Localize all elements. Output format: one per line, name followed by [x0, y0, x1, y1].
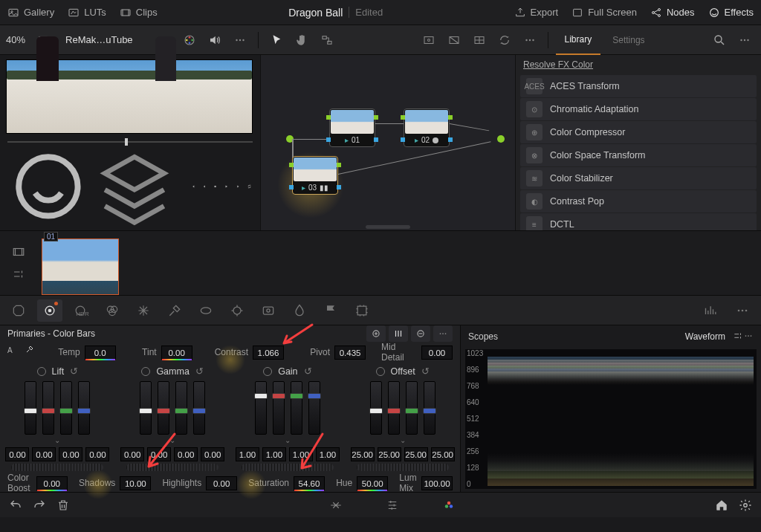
reset-button[interactable]: ⌄ [285, 436, 291, 444]
first-frame-button[interactable] [191, 181, 195, 192]
split-button[interactable] [444, 30, 464, 51]
color-wheel-button[interactable] [179, 30, 200, 51]
fx-item-0[interactable]: ACESACES Transform [520, 75, 757, 97]
tool-more[interactable] [730, 299, 755, 322]
saturation-value[interactable]: 54.60 [294, 476, 325, 490]
wheel-gamma-val-3[interactable]: 0.00 [201, 447, 224, 461]
node-02[interactable]: ▸02 [404, 108, 450, 147]
link-toggle[interactable] [37, 367, 46, 376]
scopes-more[interactable] [743, 331, 754, 343]
grid-button[interactable] [469, 30, 490, 51]
graph-output[interactable] [497, 135, 505, 143]
lummix-value[interactable]: 100.00 [421, 476, 453, 490]
search-button[interactable] [709, 30, 730, 51]
timeline-settings-icon[interactable] [12, 267, 25, 281]
node-01[interactable]: ▸01 [329, 108, 375, 147]
loop-button[interactable] [247, 181, 251, 192]
reset-button[interactable]: ⌄ [169, 436, 175, 444]
trash-button[interactable] [56, 499, 70, 512]
reset-icon[interactable]: ↺ [421, 366, 430, 377]
page-color[interactable] [442, 499, 456, 512]
middetail-value[interactable]: 0.00 [421, 346, 453, 360]
node-graph[interactable]: ▸01 ▸02 ▸03 ▮▮ [260, 55, 516, 230]
primaries-more[interactable] [433, 325, 453, 342]
bar-lum[interactable] [255, 381, 267, 435]
bar-green[interactable] [175, 381, 187, 435]
fx-group-header[interactable]: Resolve FX Color [516, 55, 761, 74]
reset-icon[interactable]: ↺ [304, 366, 312, 377]
settings-button[interactable] [739, 499, 752, 512]
tab-library[interactable]: Library [556, 25, 601, 55]
cursor-tool[interactable] [266, 30, 287, 51]
tool-tracking[interactable] [224, 299, 250, 322]
bar-blue[interactable] [78, 381, 90, 435]
tool-rgb-mixer[interactable] [100, 299, 125, 322]
next-button[interactable] [236, 181, 240, 192]
wheel-offset-val-3[interactable]: 25.00 [431, 447, 455, 461]
fx-item-1[interactable]: ⊙Chromatic Adaptation [520, 98, 757, 120]
primaries-log-mode[interactable] [411, 325, 430, 342]
primaries-bars-mode[interactable] [389, 325, 408, 342]
wheel-lift-val-1[interactable]: 0.00 [32, 447, 56, 461]
hand-tool[interactable] [291, 30, 312, 51]
bar-blue[interactable] [424, 381, 435, 435]
primaries-wheels-mode[interactable] [366, 325, 386, 342]
fx-item-3[interactable]: ⊗Color Space Transform [520, 144, 757, 166]
auto-balance-button[interactable]: A [7, 345, 21, 360]
tab-settings[interactable]: Settings [605, 35, 652, 45]
prev-button[interactable] [202, 181, 206, 192]
bar-blue[interactable] [308, 381, 320, 435]
page-cut[interactable] [329, 499, 343, 512]
highlight-button[interactable] [418, 30, 439, 51]
temp-value[interactable]: 0.0 [85, 346, 116, 360]
refresh-button[interactable] [494, 30, 515, 51]
bar-lum[interactable] [370, 381, 382, 435]
fx-icon[interactable] [9, 147, 88, 226]
waveform-scope[interactable]: 10238967686405123842561280 [465, 349, 757, 489]
reset-icon[interactable]: ↺ [70, 366, 78, 377]
more-viewer-button[interactable] [230, 30, 250, 51]
tint-value[interactable]: 0.00 [161, 346, 192, 360]
tool-key[interactable] [318, 299, 343, 322]
wheel-offset-val-0[interactable]: 25.00 [351, 447, 375, 461]
wheel-lift-val-0[interactable]: 0.00 [5, 447, 29, 461]
reset-icon[interactable]: ↺ [195, 366, 204, 377]
bar-lum[interactable] [140, 381, 152, 435]
pick-white-button[interactable] [25, 345, 40, 360]
shadows-value[interactable]: 10.00 [120, 476, 151, 490]
master-jog[interactable] [126, 464, 218, 471]
bar-blue[interactable] [193, 381, 205, 435]
colorboost-value[interactable]: 0.00 [36, 476, 68, 490]
link-toggle[interactable] [141, 367, 150, 376]
tool-camera-raw[interactable] [6, 299, 31, 322]
fx-item-6[interactable]: ≡DCTL [520, 213, 757, 230]
master-jog[interactable] [11, 464, 103, 471]
fullscreen-button[interactable]: Full Screen [571, 7, 637, 19]
clip-name[interactable]: ReMak…uTube [58, 34, 140, 45]
bar-red[interactable] [273, 381, 285, 435]
undo-button[interactable] [9, 499, 22, 512]
viewer[interactable] [6, 59, 253, 134]
bar-red[interactable] [388, 381, 400, 435]
play-button[interactable] [224, 181, 228, 192]
node-03[interactable]: ▸03 ▮▮ [292, 156, 338, 195]
bar-green[interactable] [60, 381, 72, 435]
link-toggle[interactable] [263, 367, 272, 376]
scopes-mode[interactable]: Waveform [685, 331, 725, 342]
audio-button[interactable] [204, 30, 225, 51]
hue-value[interactable]: 50.00 [357, 476, 388, 490]
redo-button[interactable] [33, 499, 46, 512]
wheel-offset-val-1[interactable]: 25.00 [378, 447, 401, 461]
luts-button[interactable]: LUTs [68, 7, 106, 19]
effects-button[interactable]: Effects [708, 7, 754, 19]
wheel-gain-val-0[interactable]: 1.00 [236, 447, 259, 461]
nodes-button[interactable]: Nodes [650, 7, 695, 19]
bar-green[interactable] [406, 381, 418, 435]
wheel-gain-val-1[interactable]: 1.00 [262, 447, 286, 461]
tool-hdr[interactable]: HDR [68, 299, 94, 322]
wheel-offset-val-2[interactable]: 25.00 [404, 447, 428, 461]
clips-button[interactable]: Clips [120, 7, 158, 19]
tool-color-warper[interactable] [131, 299, 156, 322]
wheel-gamma-val-0[interactable]: 0.00 [120, 447, 144, 461]
link-toggle[interactable] [376, 367, 385, 376]
